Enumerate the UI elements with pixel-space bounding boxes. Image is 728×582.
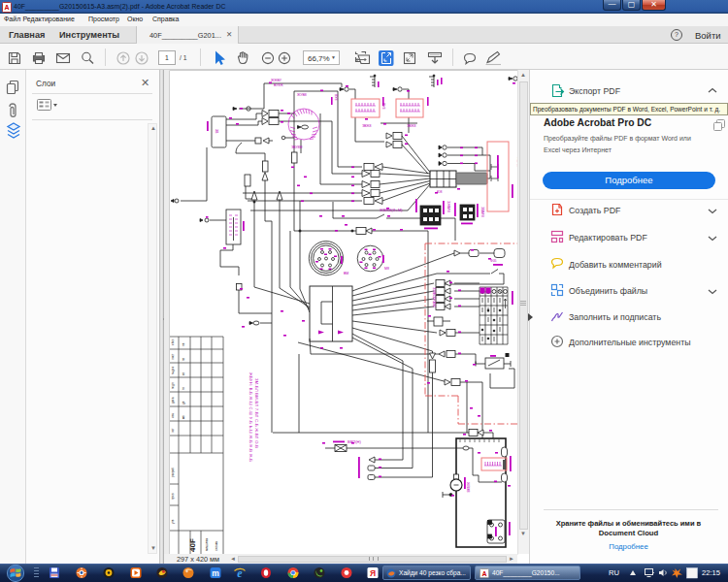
svg-text:лист: лист (171, 353, 175, 360)
svg-text:изм: изм (171, 413, 175, 418)
svg-text:ЗЖМ8: ЗЖМ8 (447, 201, 451, 212)
svg-text:ВМ: ВМ (344, 272, 348, 275)
svg-text:тв: тв (182, 387, 185, 390)
svg-text:св: св (182, 372, 185, 376)
svg-text:разраб: разраб (171, 468, 175, 477)
svg-text:дата: дата (171, 397, 175, 404)
svg-text:Ю8: Ю8 (437, 190, 443, 194)
svg-text:утв: утв (171, 519, 175, 524)
svg-text:ЖВЖ8(Ф+М): ЖВЖ8(Ф+М) (380, 208, 403, 212)
svg-text:АШ-ВУ: АШ-ВУ (516, 157, 517, 169)
svg-text:Ф05: Ф05 (490, 259, 497, 263)
svg-text:40F: 40F (188, 538, 197, 552)
svg-text:ЗВЖ8: ЗВЖ8 (362, 124, 372, 128)
svg-text:ЗВ: ЗВ (215, 129, 218, 134)
svg-text:№док: №док (171, 366, 175, 374)
svg-text:жв: жв (182, 415, 185, 419)
svg-text:М8: М8 (384, 267, 389, 271)
svg-text:ЗВМ8: ЗВМ8 (480, 207, 485, 217)
svg-text:ЗМ-БЛ ВМ-ВЛ 7-ВЛ С-Б Ж-ВЛ О-В: ЗМ-БЛ ВМ-ВЛ 7-ВЛ С-Б Ж-ВЛ О-В (254, 378, 259, 448)
svg-text:Я: Я (370, 568, 376, 578)
svg-text:обоз: обоз (171, 339, 175, 345)
svg-text:ЖВМ8: ЖВМ8 (466, 482, 470, 492)
svg-text:ЖЖВУ: ЖЖВУ (271, 79, 282, 82)
svg-text:пв: пв (182, 357, 185, 361)
svg-text:нв: нв (182, 342, 185, 346)
svg-text:m: m (212, 568, 219, 578)
svg-text:машина: машина (205, 538, 209, 551)
svg-text:ВУ8Ж: ВУ8Ж (274, 83, 283, 87)
svg-text:ЖУВ8: ЖУВ8 (297, 93, 307, 97)
svg-text:ВУ8: ВУ8 (334, 94, 338, 100)
svg-text:A: A (481, 570, 486, 577)
svg-text:пров: пров (171, 493, 175, 500)
svg-text:A: A (4, 4, 9, 11)
svg-text:ВВП(Н): ВВП(Н) (347, 439, 361, 444)
svg-text:ЗВУ8М: ЗВУ8М (291, 146, 303, 149)
svg-text:ЗВЖ8: ЗВЖ8 (407, 124, 416, 128)
svg-text:дв: дв (182, 401, 185, 404)
svg-text:подп: подп (171, 382, 175, 389)
svg-text:ЗЖВЗЖВМ: ЗЖВЗЖВМ (432, 287, 437, 307)
svg-text:ВУ8: ВУ8 (381, 103, 385, 109)
svg-text:схема: схема (215, 541, 218, 551)
svg-text:ЖБУН: В-Б Ж-Ш С-Ш У-Б Ь-Ш Ж-Б: ЖБУН: В-Б Ж-Ш С-Ш У-Б Ь-Ш Ж-Б Н-В Ж-Б (248, 372, 253, 462)
svg-text:лст: лст (171, 428, 175, 433)
